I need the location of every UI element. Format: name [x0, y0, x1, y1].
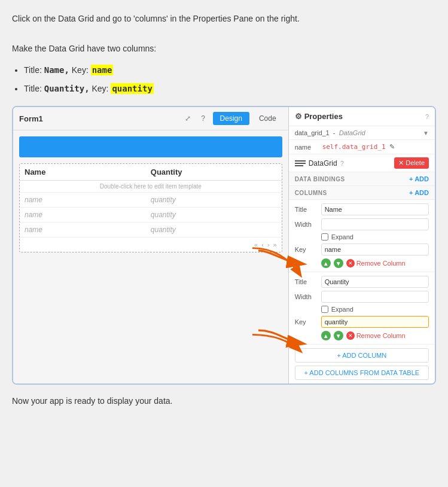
grid-col-name-header: Name: [25, 168, 151, 176]
column2-title-input[interactable]: [321, 276, 429, 288]
column1-key-input[interactable]: [321, 244, 429, 255]
datagrid-icon-row: DataGrid ? ✕ Delete: [289, 154, 435, 172]
column2-key-label: Key: [295, 318, 318, 325]
bottom-buttons: + ADD COLUMN + ADD COLUMNS FROM DATA TAB…: [289, 345, 435, 383]
column-config-1: Title Width Expand Key ▲ ▼: [289, 200, 435, 272]
bullet-list: Title: Name, Key: name Title: Quantity, …: [24, 63, 436, 96]
column1-width-row: Width: [295, 218, 429, 230]
column1-key-label: Key: [295, 246, 318, 253]
main-container: Form1 ⤢ ? Design Code Name Quantity Doub…: [12, 106, 436, 385]
grid-bar-1: [295, 160, 306, 162]
column2-expand-checkbox[interactable]: [321, 306, 328, 313]
form-title: Form1: [19, 114, 43, 123]
add-column-button[interactable]: + ADD COLUMN: [295, 348, 429, 363]
column1-remove-button[interactable]: ✕ Remove Column: [346, 259, 406, 267]
prop-name-label: name: [295, 144, 319, 151]
properties-icon: ⚙: [295, 112, 302, 121]
add-binding-button[interactable]: + ADD: [409, 175, 429, 182]
add-from-table-button[interactable]: + ADD COLUMNS FROM DATA TABLE: [295, 366, 429, 380]
datagrid-icon: DataGrid ?: [295, 159, 344, 168]
grid-data-row-3: name quantity: [20, 223, 282, 238]
column1-remove-label: Remove Column: [356, 260, 406, 267]
bottom-note: Now your app is ready to display your da…: [12, 394, 436, 407]
form-panel-header: Form1 ⤢ ? Design Code: [13, 107, 288, 130]
column2-expand-label: Expand: [331, 306, 353, 313]
column1-actions: ▲ ▼ ✕ Remove Column: [295, 258, 429, 268]
data-grid-container[interactable]: Name Quantity Double-click here to edit …: [19, 163, 282, 252]
datagrid-help-icon[interactable]: ?: [340, 160, 344, 167]
column1-remove-icon: ✕: [346, 259, 355, 267]
bullet-name-title: Name,: [44, 65, 69, 75]
instruction-line2: Make the Data Grid have two columns:: [12, 42, 436, 55]
column1-width-label: Width: [295, 221, 318, 228]
columns-label: COLUMNS: [295, 190, 327, 196]
column1-move-down-icon[interactable]: ▼: [334, 258, 343, 268]
panels-wrapper: Form1 ⤢ ? Design Code Name Quantity Doub…: [13, 107, 435, 383]
prop-name-value: self.data_grid_1: [322, 143, 386, 151]
column1-expand-row: Expand: [295, 233, 429, 241]
grid-edit-hint: Double-click here to edit item template: [20, 181, 282, 193]
grid-cell-name-3: name: [25, 226, 151, 234]
grid-bars-icon: [295, 160, 306, 166]
prop-help-icon[interactable]: ?: [425, 113, 429, 120]
properties-panel: ⚙ Properties ? data_grid_1 - DataGrid ▼ …: [289, 107, 435, 383]
prop-header: ⚙ Properties ?: [289, 107, 435, 126]
column1-width-input[interactable]: [321, 218, 429, 230]
form-body: Name Quantity Double-click here to edit …: [13, 130, 288, 258]
add-column-section-button[interactable]: + ADD: [409, 189, 429, 196]
prop-title-text: Properties: [304, 112, 343, 121]
grid-pagination: « ‹ › »: [20, 238, 282, 252]
tab-code[interactable]: Code: [253, 112, 282, 125]
grid-col-quantity-header: Quantity: [151, 168, 277, 176]
dropdown-arrow-icon[interactable]: ▼: [423, 130, 429, 136]
component-type: DataGrid: [339, 129, 365, 136]
page-last[interactable]: »: [273, 241, 277, 248]
column-config-2: Title Width Expand Key ▲ ▼: [289, 272, 435, 345]
prop-component-id-text: data_grid_1 - DataGrid: [295, 129, 365, 136]
column1-title-input[interactable]: [321, 203, 429, 215]
column2-move-down-icon[interactable]: ▼: [334, 331, 343, 340]
column2-title-row: Title: [295, 276, 429, 288]
grid-cell-quantity-1: quantity: [151, 196, 277, 204]
column2-remove-label: Remove Column: [356, 332, 406, 339]
grid-cell-name-1: name: [25, 196, 151, 204]
column1-expand-checkbox[interactable]: [321, 233, 328, 241]
columns-section: COLUMNS + ADD: [289, 186, 435, 200]
column2-key-input[interactable]: [321, 316, 429, 328]
blue-header-bar: [19, 136, 282, 157]
form-panel: Form1 ⤢ ? Design Code Name Quantity Doub…: [13, 107, 289, 383]
grid-cell-name-2: name: [25, 211, 151, 219]
edit-name-icon[interactable]: ✎: [389, 143, 395, 151]
page-first[interactable]: «: [254, 241, 258, 248]
component-id-value: data_grid_1: [295, 129, 330, 136]
form-header-icons: ⤢ ? Design Code: [182, 112, 282, 125]
prop-title: ⚙ Properties: [295, 112, 343, 121]
page-prev[interactable]: ‹: [261, 241, 264, 248]
grid-bar-2: [295, 163, 306, 164]
delete-button[interactable]: ✕ Delete: [394, 157, 429, 169]
grid-cell-quantity-2: quantity: [151, 211, 277, 219]
bullet-quantity-key-value: quantity: [111, 83, 153, 94]
page-next[interactable]: ›: [267, 241, 270, 248]
column2-move-up-icon[interactable]: ▲: [321, 331, 331, 340]
tab-design[interactable]: Design: [213, 112, 249, 125]
datagrid-label: DataGrid: [309, 159, 337, 168]
grid-header-row: Name Quantity: [20, 164, 282, 181]
prop-component-id-row: data_grid_1 - DataGrid ▼: [289, 126, 435, 140]
grid-data-row-2: name quantity: [20, 208, 282, 223]
column2-remove-icon: ✕: [346, 331, 355, 340]
bullet-quantity-title: Quantity,: [44, 84, 90, 93]
column2-width-input[interactable]: [321, 291, 429, 303]
prop-name-row: name self.data_grid_1 ✎: [289, 140, 435, 154]
grid-data-row-1: name quantity: [20, 193, 282, 208]
column1-title-label: Title: [295, 206, 318, 213]
bullet-name-key-value: name: [91, 65, 114, 75]
expand-icon[interactable]: ⤢: [182, 112, 194, 124]
column1-move-up-icon[interactable]: ▲: [321, 258, 331, 268]
column2-title-label: Title: [295, 278, 318, 285]
bullet-item-name: Title: Name, Key: name: [24, 63, 436, 78]
column2-remove-button[interactable]: ✕ Remove Column: [346, 331, 406, 340]
help-icon[interactable]: ?: [197, 112, 209, 124]
column1-title-row: Title: [295, 203, 429, 215]
column2-width-label: Width: [295, 293, 318, 300]
